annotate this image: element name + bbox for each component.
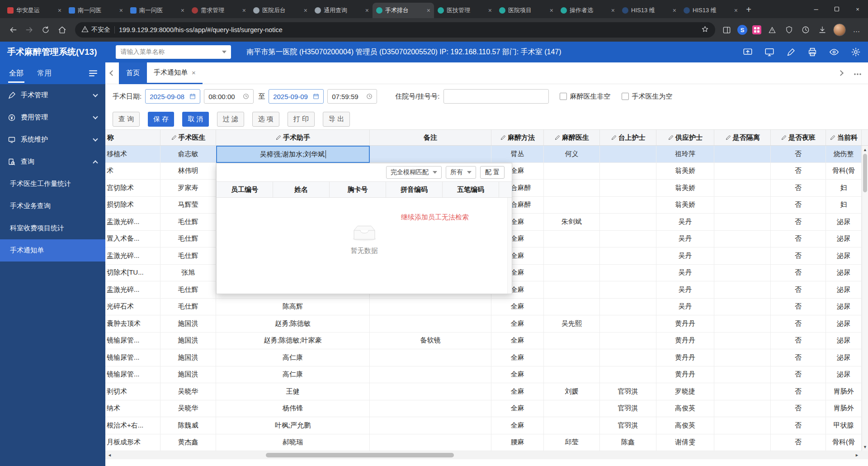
table-cell[interactable] [544, 180, 600, 196]
warning-extension-icon[interactable] [766, 24, 778, 36]
table-cell[interactable]: 赵勇;陈德敏 [216, 315, 370, 332]
toolbar-button[interactable]: 过 滤 [217, 112, 244, 127]
table-cell[interactable]: 胃肠外 [826, 400, 862, 417]
table-cell[interactable]: 囊肿去顶术 [105, 315, 160, 332]
table-cell[interactable] [714, 163, 771, 180]
scrollbar-thumb[interactable] [863, 154, 867, 192]
browser-tab[interactable]: 操作者选× [557, 3, 618, 18]
table-cell[interactable]: 翁美娇 [656, 163, 714, 180]
header-signature-icon[interactable] [786, 48, 796, 57]
table-cell[interactable]: 否 [771, 349, 826, 366]
table-cell[interactable]: 赵勇;陈德敏;叶家豪 [216, 333, 370, 349]
table-cell[interactable]: 否 [771, 180, 826, 196]
table-cell[interactable]: 高俊英 [656, 417, 714, 434]
table-row[interactable]: 镜输尿管...施国洪高仁康全麻黄丹丹否泌尿 [105, 349, 862, 366]
table-cell[interactable] [370, 315, 491, 332]
table-cell[interactable]: 全麻 [491, 299, 544, 315]
scroll-up-icon[interactable]: ▲ [862, 147, 868, 153]
table-cell[interactable]: 黄丹丹 [656, 366, 714, 383]
toolbar-button[interactable]: 打 印 [288, 112, 315, 127]
tab-close-icon[interactable]: × [119, 7, 123, 14]
table-cell[interactable] [714, 434, 771, 451]
table-cell[interactable]: 切除术[TU... [105, 265, 160, 281]
profile-avatar[interactable] [833, 24, 846, 36]
table-cell[interactable]: 刘媛 [544, 383, 600, 400]
table-cell[interactable] [370, 434, 491, 451]
table-cell[interactable] [600, 247, 656, 264]
maximize-button[interactable] [826, 0, 847, 18]
table-cell[interactable] [714, 400, 771, 417]
table-cell[interactable] [600, 366, 656, 383]
table-cell[interactable]: 甲状腺 [826, 417, 862, 434]
tabs-scroll-left-icon[interactable] [105, 62, 119, 84]
anesthetist-notempty-checkbox[interactable]: 麻醉医生非空 [560, 92, 611, 101]
table-cell[interactable]: 全麻 [491, 333, 544, 349]
table-cell[interactable]: 施国洪 [160, 333, 216, 349]
table-cell[interactable]: 泌尿 [826, 366, 862, 383]
table-cell[interactable] [600, 146, 656, 162]
minimize-button[interactable]: ─ [806, 0, 826, 18]
table-cell[interactable]: 光碎石术 [105, 299, 160, 315]
table-cell[interactable]: 全麻 [491, 366, 544, 383]
table-row[interactable]: 镜输尿管...施国洪高仁康全麻黄丹丹否泌尿 [105, 366, 862, 384]
table-cell[interactable]: 妇 [826, 180, 862, 196]
table-cell[interactable]: 杨伟锋 [216, 400, 370, 417]
table-cell[interactable]: 移植术 [105, 146, 160, 162]
table-row[interactable]: 囊肿去顶术施国洪赵勇;陈德敏全麻吴先熙黄丹丹否泌尿 [105, 315, 862, 333]
table-cell[interactable]: 胃肠外 [826, 383, 862, 400]
table-cell[interactable]: 毛仕辉 [160, 214, 216, 230]
table-cell[interactable]: 黄杰鑫 [160, 434, 216, 451]
table-row[interactable]: 月板成形术黄杰鑫郝晓瑞腰麻邱莹陈鑫谢倩雯否骨科(骨 [105, 434, 862, 452]
table-cell[interactable]: 罗晓捷 [656, 383, 714, 400]
extension-blue-icon[interactable]: S [737, 25, 747, 35]
table-cell[interactable]: 否 [771, 400, 826, 417]
table-cell[interactable]: 毛仕辉 [160, 299, 216, 315]
header-printer-icon[interactable] [807, 47, 817, 57]
table-cell[interactable] [600, 214, 656, 230]
table-cell[interactable] [714, 214, 771, 230]
table-cell[interactable]: 陈鑫 [600, 434, 656, 451]
table-cell[interactable] [714, 333, 771, 349]
table-cell[interactable]: 全麻 [491, 315, 544, 332]
table-cell[interactable] [714, 417, 771, 434]
table-cell[interactable]: 祖玲萍 [656, 146, 714, 162]
scroll-down-icon[interactable]: ▼ [862, 444, 868, 450]
table-cell[interactable]: 泌尿 [826, 265, 862, 281]
table-cell[interactable]: 张旭 [160, 265, 216, 281]
patient-no-input[interactable] [443, 89, 549, 104]
table-cell[interactable]: 官羽淇 [600, 417, 656, 434]
table-cell[interactable]: 官羽淇 [600, 400, 656, 417]
browser-tab[interactable]: 医院项目× [495, 3, 557, 18]
history-icon[interactable] [800, 24, 811, 36]
table-cell[interactable] [370, 299, 491, 315]
horizontal-scrollbar[interactable]: ◄ ► [105, 451, 868, 459]
table-cell[interactable] [714, 231, 771, 247]
time-to-input[interactable]: 07:59:59 [327, 89, 377, 104]
table-cell[interactable] [714, 349, 771, 366]
table-cell[interactable]: 黄丹丹 [656, 315, 714, 332]
table-cell[interactable]: 全麻 [491, 349, 544, 366]
table-cell[interactable]: 否 [771, 247, 826, 264]
close-button[interactable]: × [847, 0, 868, 18]
browser-tab[interactable]: HIS13 维× [680, 3, 741, 18]
table-cell[interactable] [714, 366, 771, 383]
header-cast-icon[interactable] [743, 47, 753, 57]
table-cell[interactable]: 否 [771, 315, 826, 332]
popup-scrollbar[interactable] [507, 198, 512, 294]
sidebar-item[interactable]: 科室收费项目统计 [0, 217, 105, 239]
table-cell[interactable]: 叶枫;严允鹏 [216, 417, 370, 434]
tab-close-icon[interactable]: × [673, 7, 676, 14]
tab-close-icon[interactable]: × [242, 7, 246, 14]
table-cell[interactable] [370, 417, 491, 434]
tab-close-icon[interactable]: × [427, 7, 430, 14]
table-cell[interactable]: 施国洪 [160, 315, 216, 332]
header-settings-gear-icon[interactable] [851, 47, 861, 57]
table-cell[interactable]: 吴丹 [656, 281, 714, 298]
sidebar-item[interactable]: 手术医生工作量统计 [0, 173, 105, 195]
table-cell[interactable]: 陈魏威 [160, 417, 216, 434]
browser-tab[interactable]: 南一问医× [127, 3, 188, 18]
table-cell[interactable]: 吴先熙 [544, 315, 600, 332]
table-cell[interactable] [714, 383, 771, 400]
table-cell[interactable] [600, 197, 656, 214]
table-cell[interactable] [714, 265, 771, 281]
